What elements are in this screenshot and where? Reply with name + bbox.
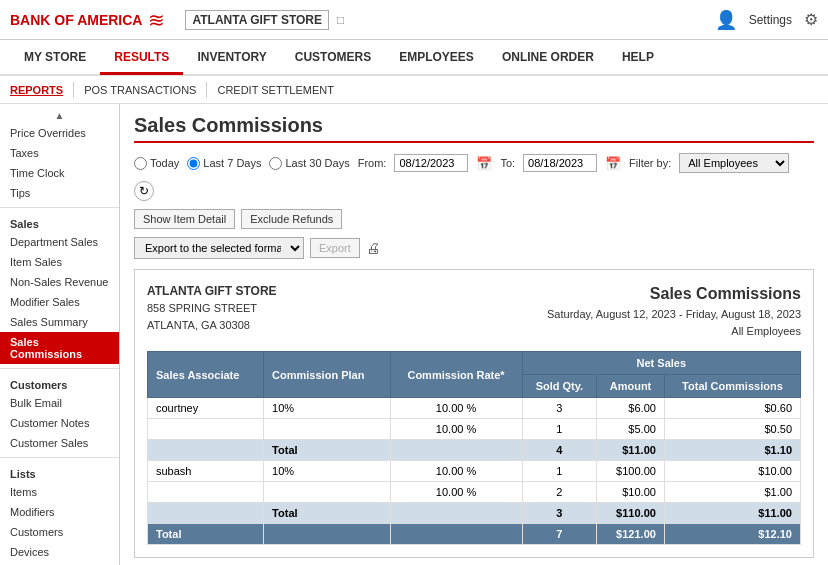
report-title-area: Sales Commissions Saturday, August 12, 2… [547, 282, 801, 339]
sidebar-item-sales-summary[interactable]: Sales Summary [0, 312, 119, 332]
top-header: BANK OF AMERICA ≋ ATLANTA GIFT STORE □ 👤… [0, 0, 828, 40]
sidebar-divider-3 [0, 457, 119, 458]
last30-label: Last 30 Days [285, 157, 349, 169]
table-row: subash10%10.00 %1$100.00$10.00 [148, 461, 801, 482]
from-label: From: [358, 157, 387, 169]
th-commission-rate: Commission Rate* [390, 352, 522, 398]
filter-by-select[interactable]: All Employees [679, 153, 789, 173]
last30-radio-label[interactable]: Last 30 Days [269, 157, 349, 170]
nav-customers[interactable]: CUSTOMERS [281, 42, 385, 75]
export-button[interactable]: Export [310, 238, 360, 258]
table-row: 10.00 %2$10.00$1.00 [148, 482, 801, 503]
sub-nav-pos-transactions[interactable]: POS TRANSACTIONS [74, 82, 207, 98]
refresh-button[interactable]: ↻ [134, 181, 154, 201]
th-sold-qty: Sold Qty. [522, 375, 597, 398]
last7-radio-label[interactable]: Last 7 Days [187, 157, 261, 170]
report-main-title: Sales Commissions [547, 282, 801, 306]
sidebar-item-bulk-email[interactable]: Bulk Email [0, 393, 119, 413]
content-area: Sales Commissions Today Last 7 Days Last… [120, 104, 828, 565]
logo-area: BANK OF AMERICA ≋ [10, 8, 165, 32]
th-amount: Amount [597, 375, 665, 398]
sidebar-item-taxes[interactable]: Taxes [0, 143, 119, 163]
report-header: ATLANTA GIFT STORE 858 SPRING STREET ATL… [147, 282, 801, 339]
sidebar-item-customer-sales[interactable]: Customer Sales [0, 433, 119, 453]
sidebar-item-modifier-sales[interactable]: Modifier Sales [0, 292, 119, 312]
report-store-address1: 858 SPRING STREET [147, 300, 277, 317]
nav-help[interactable]: HELP [608, 42, 668, 75]
sidebar-item-sales-commissions[interactable]: Sales Commissions [0, 332, 119, 364]
th-net-sales: Net Sales [522, 352, 800, 375]
sidebar-section-customers: Customers [0, 373, 119, 393]
sidebar-item-non-sales-revenue[interactable]: Non-Sales Revenue [0, 272, 119, 292]
header-right: 👤 Settings ⚙ [715, 9, 818, 31]
button-row: Show Item Detail Exclude Refunds [134, 209, 814, 229]
sidebar-item-items[interactable]: Items [0, 482, 119, 502]
nav-employees[interactable]: EMPLOYEES [385, 42, 488, 75]
sidebar-item-item-sales[interactable]: Item Sales [0, 252, 119, 272]
logo-text: BANK OF AMERICA [10, 12, 142, 28]
show-item-detail-button[interactable]: Show Item Detail [134, 209, 235, 229]
th-total-commissions: Total Commissions [664, 375, 800, 398]
last7-radio[interactable] [187, 157, 200, 170]
last30-radio[interactable] [269, 157, 282, 170]
sub-nav: REPORTS POS TRANSACTIONS CREDIT SETTLEME… [0, 76, 828, 104]
user-icon[interactable]: 👤 [715, 9, 737, 31]
settings-gear-icon[interactable]: ⚙ [804, 10, 818, 29]
from-calendar-icon[interactable]: 📅 [476, 156, 492, 171]
report-date-range: Saturday, August 12, 2023 - Friday, Augu… [547, 306, 801, 323]
commissions-table: Sales Associate Commission Plan Commissi… [147, 351, 801, 545]
store-info: ATLANTA GIFT STORE 858 SPRING STREET ATL… [147, 282, 277, 333]
logo-icon: ≋ [148, 8, 165, 32]
nav-online-order[interactable]: ONLINE ORDER [488, 42, 608, 75]
table-row: courtney10%10.00 %3$6.00$0.60 [148, 398, 801, 419]
filter-by-label: Filter by: [629, 157, 671, 169]
report-container: ATLANTA GIFT STORE 858 SPRING STREET ATL… [134, 269, 814, 558]
th-commission-plan: Commission Plan [264, 352, 390, 398]
filter-row: Today Last 7 Days Last 30 Days From: 📅 T… [134, 153, 814, 201]
sidebar-item-time-clock[interactable]: Time Clock [0, 163, 119, 183]
sidebar-item-tips[interactable]: Tips [0, 183, 119, 203]
report-store-name: ATLANTA GIFT STORE [147, 282, 277, 300]
sidebar-item-price-overrides[interactable]: Price Overrides [0, 123, 119, 143]
to-calendar-icon[interactable]: 📅 [605, 156, 621, 171]
report-filter-info: All Employees [547, 323, 801, 340]
sub-nav-reports[interactable]: REPORTS [10, 82, 74, 98]
settings-label[interactable]: Settings [749, 13, 792, 27]
th-sales-associate: Sales Associate [148, 352, 264, 398]
main-layout: ▲ Price Overrides Taxes Time Clock Tips … [0, 104, 828, 565]
sidebar-item-customers[interactable]: Customers [0, 522, 119, 542]
today-radio-label[interactable]: Today [134, 157, 179, 170]
today-label: Today [150, 157, 179, 169]
print-icon[interactable]: 🖨 [366, 240, 380, 256]
sidebar-item-modifiers[interactable]: Modifiers [0, 502, 119, 522]
nav-my-store[interactable]: MY STORE [10, 42, 100, 75]
nav-inventory[interactable]: INVENTORY [183, 42, 280, 75]
sidebar: ▲ Price Overrides Taxes Time Clock Tips … [0, 104, 120, 565]
last7-label: Last 7 Days [203, 157, 261, 169]
sidebar-section-lists: Lists [0, 462, 119, 482]
table-row: 10.00 %1$5.00$0.50 [148, 419, 801, 440]
sub-nav-credit-settlement[interactable]: CREDIT SETTLEMENT [207, 82, 344, 98]
nav-results[interactable]: RESULTS [100, 42, 183, 75]
nav-bar: MY STORE RESULTS INVENTORY CUSTOMERS EMP… [0, 40, 828, 76]
page-title: Sales Commissions [134, 114, 814, 143]
sidebar-item-devices[interactable]: Devices [0, 542, 119, 562]
today-radio[interactable] [134, 157, 147, 170]
to-date-input[interactable] [523, 154, 597, 172]
store-name-header[interactable]: ATLANTA GIFT STORE [185, 10, 329, 30]
sidebar-divider-1 [0, 207, 119, 208]
table-row: Total3$110.00$11.00 [148, 503, 801, 524]
table-row: Total7$121.00$12.10 [148, 524, 801, 545]
export-format-select[interactable]: Export to the selected format [134, 237, 304, 259]
from-date-input[interactable] [394, 154, 468, 172]
sidebar-section-sales: Sales [0, 212, 119, 232]
exclude-refunds-button[interactable]: Exclude Refunds [241, 209, 342, 229]
sidebar-item-department-sales[interactable]: Department Sales [0, 232, 119, 252]
to-label: To: [500, 157, 515, 169]
scroll-up-arrow[interactable]: ▲ [0, 108, 119, 123]
report-store-address2: ATLANTA, GA 30308 [147, 317, 277, 334]
export-row: Export to the selected format Export 🖨 [134, 237, 814, 259]
table-row: Total4$11.00$1.10 [148, 440, 801, 461]
sidebar-divider-2 [0, 368, 119, 369]
sidebar-item-customer-notes[interactable]: Customer Notes [0, 413, 119, 433]
